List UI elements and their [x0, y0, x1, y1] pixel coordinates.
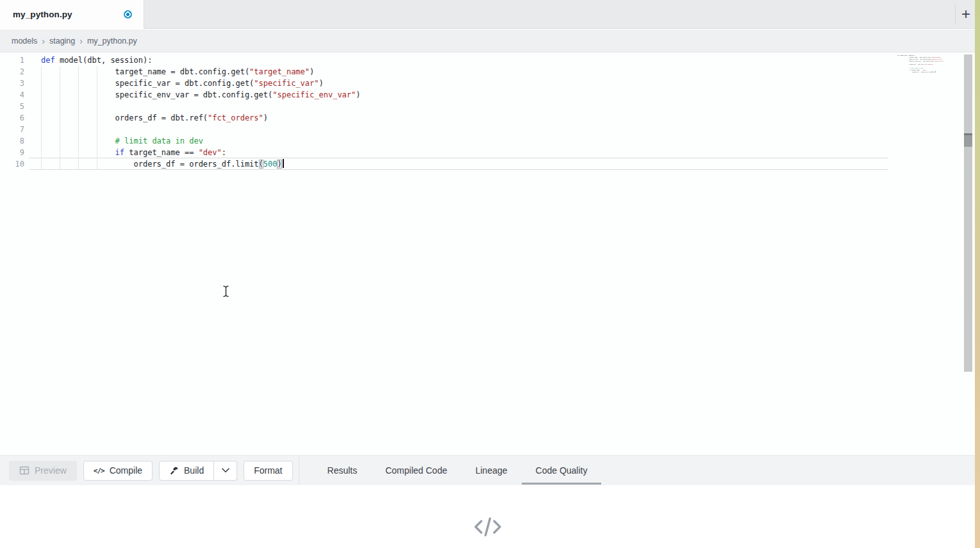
tab-lineage-label: Lineage	[476, 465, 508, 476]
code-editor[interactable]: 12345678910 def model(dbt, session): tar…	[0, 53, 975, 456]
breadcrumb-models[interactable]: models	[12, 37, 37, 46]
plus-icon: +	[961, 5, 970, 23]
editor-scrollbar-track[interactable]	[964, 54, 972, 372]
line-number: 3	[0, 78, 24, 89]
tab-lineage[interactable]: Lineage	[466, 456, 517, 485]
breadcrumb-file[interactable]: my_python.py	[87, 37, 137, 46]
code-brackets-icon: </>	[94, 467, 104, 475]
code-line: orders_df = orders_df.limit(500)	[41, 158, 361, 170]
table-grid-icon	[19, 465, 29, 476]
text-caret	[283, 159, 284, 168]
chevron-down-icon	[222, 468, 229, 473]
chevron-right-icon: ›	[79, 37, 83, 46]
tab-my-python-py[interactable]: my_python.py	[0, 0, 144, 29]
code-line: specific_env_var = dbt.config.get("speci…	[897, 60, 905, 62]
i-beam-cursor-icon	[222, 285, 230, 300]
code-line: specific_env_var = dbt.config.get("speci…	[41, 89, 361, 101]
file-tab-label: my_python.py	[13, 10, 72, 19]
code-line: orders_df = dbt.ref("fct_orders")	[897, 63, 905, 65]
tab-results[interactable]: Results	[318, 456, 367, 485]
code-line: orders_df = dbt.ref("fct_orders")	[41, 112, 361, 124]
code-lines[interactable]: def model(dbt, session): target_name = d…	[41, 54, 361, 170]
code-line: orders_df = orders_df.limit(500)	[897, 71, 905, 73]
ide-screen: my_python.py + models › staging › my_pyt…	[0, 0, 980, 548]
editor-scrollbar-thumb[interactable]	[964, 133, 972, 147]
compile-button[interactable]: </> Compile	[83, 461, 153, 481]
code-line: target_name = dbt.config.get("target_nam…	[41, 66, 361, 78]
minimap-code: def model(dbt, session): target_name = d…	[897, 54, 905, 73]
format-button[interactable]: Format	[244, 461, 292, 481]
tab-compiled-code[interactable]: Compiled Code	[376, 456, 457, 485]
line-number: 9	[0, 147, 24, 158]
code-line	[41, 124, 361, 135]
line-number: 7	[0, 124, 24, 135]
line-number: 5	[0, 101, 24, 112]
tab-code-quality-label: Code Quality	[536, 465, 588, 476]
breadcrumb-staging[interactable]: staging	[49, 37, 75, 46]
line-number: 2	[0, 66, 24, 78]
tab-bar-divider	[955, 4, 956, 24]
tab-compiled-code-label: Compiled Code	[385, 465, 447, 476]
code-line: def model(dbt, session):	[41, 54, 361, 66]
results-panel	[0, 485, 975, 548]
format-button-label: Format	[254, 465, 282, 476]
tab-results-label: Results	[328, 465, 358, 476]
code-slash-icon	[473, 515, 502, 538]
hammer-icon	[169, 466, 179, 476]
new-tab-button[interactable]: +	[957, 3, 975, 25]
code-line: if target_name == "dev":	[41, 147, 361, 158]
code-line: # limit data in dev	[41, 135, 361, 147]
breadcrumb: models › staging › my_python.py	[0, 37, 137, 46]
result-tabs: Results Compiled Code Lineage Code Quali…	[313, 456, 602, 485]
line-number-gutter: 12345678910	[0, 54, 24, 170]
window-edge-strip	[975, 0, 980, 548]
build-button[interactable]: Build	[159, 461, 214, 481]
bottom-toolbar: Preview </> Compile Build	[0, 455, 975, 485]
preview-button-label: Preview	[35, 465, 67, 476]
compile-button-label: Compile	[110, 465, 142, 476]
breadcrumb-bar: models › staging › my_python.py Save	[0, 29, 975, 53]
toolbar-divider	[299, 456, 299, 485]
minimap[interactable]: def model(dbt, session): target_name = d…	[897, 54, 943, 74]
preview-button[interactable]: Preview	[9, 461, 77, 481]
line-number: 6	[0, 112, 24, 124]
line-number: 8	[0, 135, 24, 147]
unsaved-changes-dot-icon	[124, 10, 132, 19]
build-menu-button[interactable]	[214, 461, 237, 481]
code-line	[41, 101, 361, 112]
build-button-label: Build	[184, 465, 204, 476]
file-tab-bar: my_python.py +	[0, 0, 975, 29]
line-number: 10	[0, 158, 24, 170]
line-number: 4	[0, 89, 24, 101]
tab-code-quality[interactable]: Code Quality	[526, 456, 597, 485]
chevron-right-icon: ›	[42, 37, 45, 46]
build-split-button: Build	[159, 461, 237, 481]
line-number: 1	[0, 54, 24, 66]
code-line: specific_var = dbt.config.get("specific_…	[41, 78, 361, 89]
